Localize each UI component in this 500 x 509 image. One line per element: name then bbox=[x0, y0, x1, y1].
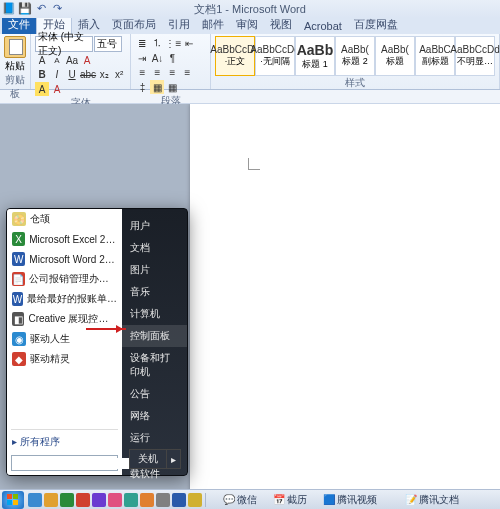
start-button[interactable] bbox=[2, 491, 24, 509]
start-app-item[interactable]: W最给最好的报账单填写管理办法.docx bbox=[7, 289, 122, 309]
start-app-item[interactable]: 📄公司报销管理办法.pdf bbox=[7, 269, 122, 289]
style-name: 标题 bbox=[386, 55, 404, 68]
number-list-icon[interactable]: ⒈ bbox=[150, 36, 164, 50]
taskbar-pinned-icon[interactable] bbox=[108, 493, 122, 507]
style-item-6[interactable]: AaBbCcDd不明显… bbox=[455, 36, 495, 76]
taskbar-pinned-icon[interactable] bbox=[156, 493, 170, 507]
align-left-icon[interactable]: ≡ bbox=[135, 65, 149, 79]
clear-format-icon[interactable]: A bbox=[80, 53, 94, 67]
taskbar-pinned-icon[interactable] bbox=[76, 493, 90, 507]
start-app-item[interactable]: ◉驱动人生 bbox=[7, 329, 122, 349]
indent-dec-icon[interactable]: ⇤ bbox=[182, 36, 196, 50]
change-case-icon[interactable]: Aa bbox=[65, 53, 79, 67]
taskbar-item[interactable]: 💬微信 bbox=[219, 492, 261, 508]
word-icon: 📘 bbox=[2, 1, 16, 15]
bold-button[interactable]: B bbox=[35, 67, 49, 81]
start-search-box[interactable]: 🔍 bbox=[11, 455, 118, 471]
start-menu: 📀仓颉XMicrosoft Excel 2010WMicrosoft Word … bbox=[6, 208, 188, 476]
taskbar-pinned-icon[interactable] bbox=[92, 493, 106, 507]
start-right-item[interactable]: 运行 bbox=[122, 427, 187, 449]
taskbar-item[interactable]: 📝腾讯文档 bbox=[401, 492, 463, 508]
app-label: 驱动人生 bbox=[30, 332, 70, 346]
taskbar-item-label: 腾讯文档 bbox=[419, 493, 459, 507]
separator bbox=[205, 493, 206, 507]
indent-inc-icon[interactable]: ⇥ bbox=[135, 51, 149, 65]
bullet-list-icon[interactable]: ≣ bbox=[135, 36, 149, 50]
underline-button[interactable]: U bbox=[65, 67, 79, 81]
strike-button[interactable]: abc bbox=[80, 67, 96, 81]
shrink-font-icon[interactable]: A bbox=[50, 53, 64, 67]
style-item-5[interactable]: AaBbC副标题 bbox=[415, 36, 455, 76]
taskbar-pinned-icon[interactable] bbox=[44, 493, 58, 507]
tab-acrobat[interactable]: Acrobat bbox=[298, 18, 348, 34]
shading-icon[interactable]: ▦ bbox=[150, 80, 164, 94]
style-name: ·无间隔 bbox=[260, 55, 290, 68]
align-justify-icon[interactable]: ≡ bbox=[180, 65, 194, 79]
start-right-item[interactable]: 公告 bbox=[122, 383, 187, 405]
svg-rect-2 bbox=[7, 500, 12, 505]
ribbon-group-styles: AaBbCcDd·正文AaBbCcDd·无间隔AaBb标题 1AaBb(标题 2… bbox=[211, 34, 500, 89]
app-icon: ◧ bbox=[12, 312, 24, 326]
start-right-item[interactable]: 计算机 bbox=[122, 303, 187, 325]
style-preview: AaBb( bbox=[381, 44, 409, 55]
style-item-1[interactable]: AaBbCcDd·无间隔 bbox=[255, 36, 295, 76]
taskbar-pinned-icon[interactable] bbox=[28, 493, 42, 507]
paste-label[interactable]: 粘贴 bbox=[5, 59, 25, 73]
svg-rect-3 bbox=[13, 500, 18, 505]
shutdown-button[interactable]: 关机 bbox=[129, 449, 167, 469]
taskbar-pinned-icon[interactable] bbox=[140, 493, 154, 507]
redo-icon[interactable]: ↷ bbox=[50, 1, 64, 15]
paste-icon[interactable] bbox=[4, 36, 26, 58]
start-right-item[interactable]: 音乐 bbox=[122, 281, 187, 303]
style-item-0[interactable]: AaBbCcDd·正文 bbox=[215, 36, 255, 76]
margin-marker bbox=[248, 158, 260, 170]
line-spacing-icon[interactable]: ‡ bbox=[135, 80, 149, 94]
start-app-item[interactable]: XMicrosoft Excel 2010 bbox=[7, 229, 122, 249]
subscript-button[interactable]: x₂ bbox=[97, 67, 111, 81]
app-label: 仓颉 bbox=[30, 212, 50, 226]
app-icon: X bbox=[12, 232, 25, 246]
start-app-item[interactable]: ◆驱动精灵 bbox=[7, 349, 122, 369]
taskbar-item-label: 微信 bbox=[237, 493, 257, 507]
save-icon[interactable]: 💾 bbox=[18, 1, 32, 15]
all-programs-link[interactable]: ▸ 所有程序 bbox=[7, 432, 122, 452]
undo-icon[interactable]: ↶ bbox=[34, 1, 48, 15]
taskbar-item[interactable]: 📅截历 bbox=[269, 492, 311, 508]
start-right-item[interactable]: 控制面板 bbox=[122, 325, 187, 347]
start-right-item[interactable]: 用户 bbox=[122, 215, 187, 237]
pilcrow-icon[interactable]: ¶ bbox=[165, 51, 179, 65]
highlight-button[interactable]: A bbox=[35, 82, 49, 96]
italic-button[interactable]: I bbox=[50, 67, 64, 81]
font-color-button[interactable]: A bbox=[50, 82, 64, 96]
font-size-selector[interactable]: 五号 bbox=[94, 36, 122, 52]
start-app-item[interactable]: 📀仓颉 bbox=[7, 209, 122, 229]
font-name-selector[interactable]: 宋体 (中文正文) bbox=[35, 36, 93, 52]
align-right-icon[interactable]: ≡ bbox=[165, 65, 179, 79]
taskbar-item[interactable]: 🟦腾讯视频 bbox=[319, 492, 381, 508]
sort-icon[interactable]: A↓ bbox=[150, 51, 164, 65]
window-title: 文档1 - Microsoft Word bbox=[194, 2, 306, 17]
start-app-item[interactable]: ◧Creative 展现控制面板 bbox=[7, 309, 122, 329]
shutdown-options-icon[interactable]: ▸ bbox=[167, 449, 181, 469]
taskbar-pinned-icon[interactable] bbox=[188, 493, 202, 507]
style-name: 标题 2 bbox=[342, 55, 368, 68]
taskbar-pinned-icon[interactable] bbox=[124, 493, 138, 507]
align-center-icon[interactable]: ≡ bbox=[150, 65, 164, 79]
style-item-3[interactable]: AaBb(标题 2 bbox=[335, 36, 375, 76]
taskbar-pinned-icon[interactable] bbox=[60, 493, 74, 507]
start-right-item[interactable]: 设备和打印机 bbox=[122, 347, 187, 383]
taskbar-pinned-icon[interactable] bbox=[172, 493, 186, 507]
borders-icon[interactable]: ▦ bbox=[165, 80, 179, 94]
ribbon-group-font: 宋体 (中文正文) 五号 A A Aa A B I U abc x₂ x² A … bbox=[31, 34, 131, 89]
start-menu-right: 用户文档图片音乐计算机控制面板设备和打印机公告网络运行安装与卸载软件Win10 … bbox=[122, 209, 187, 475]
start-right-item[interactable]: 网络 bbox=[122, 405, 187, 427]
style-item-4[interactable]: AaBb(标题 bbox=[375, 36, 415, 76]
start-app-item[interactable]: WMicrosoft Word 2010 bbox=[7, 249, 122, 269]
start-right-item[interactable]: 图片 bbox=[122, 259, 187, 281]
multi-list-icon[interactable]: ⋮≡ bbox=[165, 36, 181, 50]
superscript-button[interactable]: x² bbox=[112, 67, 126, 81]
grow-font-icon[interactable]: A bbox=[35, 53, 49, 67]
start-right-item[interactable]: 文档 bbox=[122, 237, 187, 259]
style-item-2[interactable]: AaBb标题 1 bbox=[295, 36, 335, 76]
document-page[interactable] bbox=[190, 104, 500, 489]
